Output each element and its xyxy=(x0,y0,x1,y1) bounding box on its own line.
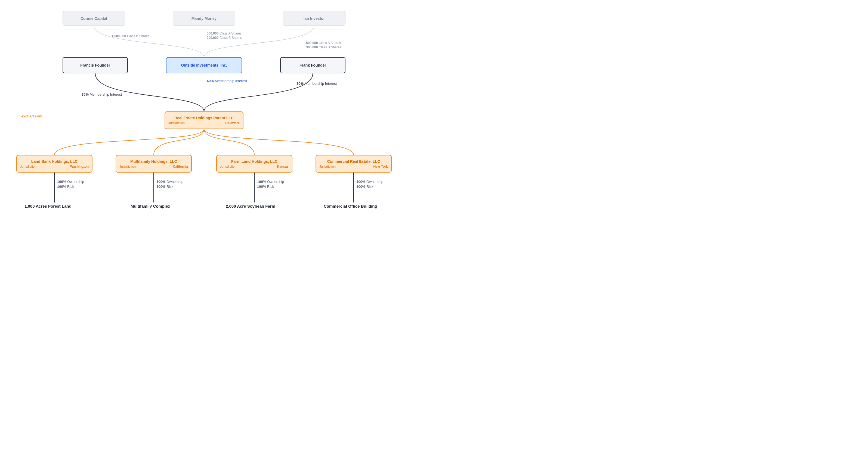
node-title: Farm Land Holdings, LLC xyxy=(220,159,289,164)
edge-label-membership-frank: 30% Membership Interest xyxy=(297,81,337,86)
watermark-label: lexchart.com xyxy=(21,114,42,118)
node-title: Ian Investor xyxy=(286,16,342,21)
jurisdiction-row: Jurisdiction Delaware xyxy=(168,121,240,125)
node-parent-llc[interactable]: Real Estate Holdings Parent LLC Jurisdic… xyxy=(164,111,244,129)
node-investor-ian[interactable]: Ian Investor xyxy=(283,11,345,26)
asset-land: 1,000 Acres Forest Land xyxy=(25,204,71,208)
edge-label-shares-connie: 1,500,000 Class B Shares xyxy=(112,34,149,38)
jurisdiction-row: JurisdictionCalifornia xyxy=(119,165,188,168)
jurisdiction-row: JurisdictionWashington xyxy=(20,165,89,168)
node-title: Francis Founder xyxy=(66,63,124,67)
asset-comm: Commercial Office Building xyxy=(324,204,377,208)
node-title: Mandy Money xyxy=(176,16,232,21)
node-title: Outside Investments, Inc. xyxy=(170,63,238,67)
node-sub-multi[interactable]: Multifamily Holdings, LLC JurisdictionCa… xyxy=(116,155,192,172)
node-owner-francis[interactable]: Francis Founder xyxy=(63,57,128,73)
node-outside-investments[interactable]: Outside Investments, Inc. xyxy=(166,57,242,73)
asset-farm: 2,000 Acre Soybean Farm xyxy=(226,204,275,208)
jurisdiction-row: JurisdictionKansas xyxy=(220,165,289,168)
node-title: Real Estate Holdings Parent LLC xyxy=(168,116,240,120)
edge-label-shares-ian: 500,000 Class A Shares 300,000 Class B S… xyxy=(306,41,341,50)
node-sub-land[interactable]: Land Bank Holdings, LLC JurisdictionWash… xyxy=(16,155,92,172)
node-title: Multifamily Holdings, LLC xyxy=(119,159,188,164)
node-title: Connie Capital xyxy=(66,16,122,21)
edge-label-membership-francis: 30% Membership Interest xyxy=(82,92,122,97)
node-investor-mandy[interactable]: Mandy Money xyxy=(173,11,235,26)
node-title: Frank Founder xyxy=(284,63,342,67)
node-sub-comm[interactable]: Commercial Real Estate, LLC Jurisdiction… xyxy=(315,155,392,172)
jurisdiction-row: JurisdictionNew York xyxy=(319,165,388,168)
edge-label-own-land: 100% Ownership 100% Risk xyxy=(57,179,84,189)
node-title: Land Bank Holdings, LLC xyxy=(20,159,89,164)
node-investor-connie[interactable]: Connie Capital xyxy=(63,11,125,26)
node-owner-frank[interactable]: Frank Founder xyxy=(280,57,345,73)
node-title: Commercial Real Estate, LLC xyxy=(319,159,388,164)
edge-label-own-farm: 100% Ownership 100% Risk xyxy=(257,179,284,189)
edge-label-membership-outside: 40% Membership Interest xyxy=(207,79,247,83)
edge-label-own-comm: 100% Ownership 100% Risk xyxy=(356,179,383,189)
edge-label-own-multi: 100% Ownership 100% Risk xyxy=(156,179,183,189)
edge-label-shares-mandy: 500,000 Class A Shares 200,000 Class B S… xyxy=(207,31,242,40)
node-sub-farm[interactable]: Farm Land Holdings, LLC JurisdictionKans… xyxy=(216,155,292,172)
asset-multi: Multifamily Complex xyxy=(130,204,170,208)
